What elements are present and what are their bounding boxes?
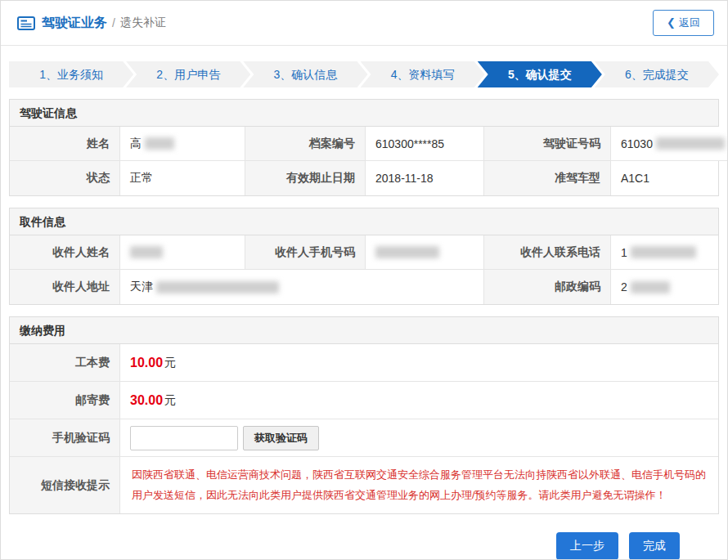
table-row: 手机验证码 获取验证码 — [10, 419, 718, 457]
postage-fee-unit: 元 — [164, 393, 176, 408]
recipient-address-value: 天津 — [120, 270, 484, 304]
redacted-license-number — [656, 137, 725, 150]
name-label: 姓名 — [10, 127, 120, 161]
step-6-complete-submit[interactable]: 6、完成提交 — [595, 61, 719, 87]
footer-actions: 上一步 完成 — [1, 514, 727, 560]
recipient-mobile-value — [366, 235, 484, 270]
back-button[interactable]: ❮返回 — [653, 10, 714, 36]
redacted-recipient-address — [156, 281, 279, 293]
production-fee-value: 10.00 元 — [120, 344, 718, 382]
production-fee-label: 工本费 — [10, 344, 120, 382]
redacted-zip-code — [631, 281, 670, 293]
vehicle-class-label: 准驾车型 — [484, 161, 611, 195]
step-2-user-declaration[interactable]: 2、用户申告 — [126, 61, 250, 87]
redacted-recipient-name — [130, 246, 163, 258]
recipient-name-value — [120, 235, 245, 270]
back-arrow-icon: ❮ — [667, 16, 676, 29]
recipient-address-label: 收件人地址 — [10, 270, 120, 304]
expiry-label: 有效期止日期 — [245, 161, 366, 195]
file-number-value: 610300****85 — [366, 127, 484, 161]
page-header: 驾驶证业务 / 遗失补证 ❮返回 — [1, 1, 727, 46]
production-fee-amount: 10.00 — [130, 356, 163, 370]
status-label: 状态 — [10, 161, 120, 195]
sms-code-field: 获取验证码 — [120, 419, 718, 457]
step-breadcrumb: 1、业务须知 2、用户申告 3、确认信息 4、资料填写 5、确认提交 6、完成提… — [1, 61, 727, 87]
get-code-button[interactable]: 获取验证码 — [243, 426, 319, 450]
recipient-phone-text: 1 — [621, 246, 627, 259]
recipient-phone-label: 收件人联系电话 — [484, 235, 611, 270]
zip-code-value: 2 — [611, 270, 718, 304]
file-number-text: 610300****85 — [375, 137, 444, 150]
table-row: 姓名 高 档案编号 610300****85 驾驶证号码 61030 — [10, 127, 718, 161]
redacted-recipient-phone — [631, 246, 696, 258]
recipient-name-label: 收件人姓名 — [10, 235, 120, 270]
fees-section-title: 缴纳费用 — [10, 317, 718, 344]
fees-section: 缴纳费用 工本费 10.00 元 邮寄费 30.00 元 手机验证码 获取验证码… — [9, 316, 719, 514]
license-service-page: 驾驶证业务 / 遗失补证 ❮返回 1、业务须知 2、用户申告 3、确认信息 4、… — [0, 0, 728, 560]
finish-button[interactable]: 完成 — [629, 532, 680, 560]
step-1-business-notice[interactable]: 1、业务须知 — [9, 61, 133, 87]
table-row: 邮寄费 30.00 元 — [10, 382, 718, 419]
license-number-value: 61030 — [611, 127, 728, 161]
pickup-info-section: 取件信息 收件人姓名 收件人手机号码 收件人联系电话 1 收件人地址 天津 — [9, 208, 719, 305]
status-text: 正常 — [130, 171, 153, 186]
back-label: 返回 — [679, 16, 700, 29]
zip-code-label: 邮政编码 — [484, 270, 611, 304]
sms-notice-value: 因陕西省联通、电信运营商技术问题，陕西省互联网交通安全综合服务管理平台无法向持陕… — [120, 457, 718, 513]
status-value: 正常 — [120, 161, 245, 195]
table-row: 工本费 10.00 元 — [10, 344, 718, 382]
license-info-section: 驾驶证信息 姓名 高 档案编号 610300****85 驾驶证号码 61030… — [9, 99, 719, 196]
license-card-icon — [17, 16, 35, 30]
sms-notice-label: 短信接收提示 — [10, 457, 120, 513]
license-number-text: 61030 — [621, 137, 653, 150]
step-4-fill-data[interactable]: 4、资料填写 — [361, 61, 485, 87]
name-value: 高 — [120, 127, 245, 161]
zip-code-text: 2 — [621, 280, 627, 293]
page-title: 驾驶证业务 — [42, 15, 107, 32]
table-row: 状态 正常 有效期止日期 2018-11-18 准驾车型 A1C1 — [10, 161, 718, 195]
license-section-title: 驾驶证信息 — [10, 100, 718, 127]
sms-notice-text: 因陕西省联通、电信运营商技术问题，陕西省互联网交通安全综合服务管理平台无法向持陕… — [132, 465, 707, 505]
expiry-value: 2018-11-18 — [366, 161, 484, 195]
name-text: 高 — [130, 137, 142, 151]
redacted-recipient-mobile — [375, 246, 439, 258]
vehicle-class-text: A1C1 — [621, 172, 649, 185]
page-subtitle: 遗失补证 — [120, 16, 166, 30]
sms-code-input[interactable] — [130, 426, 238, 450]
license-number-label: 驾驶证号码 — [484, 127, 611, 161]
step-5-confirm-submit[interactable]: 5、确认提交 — [478, 61, 602, 87]
postage-fee-label: 邮寄费 — [10, 382, 120, 419]
vehicle-class-value: A1C1 — [611, 161, 718, 195]
recipient-mobile-label: 收件人手机号码 — [245, 235, 366, 270]
table-row: 短信接收提示 因陕西省联通、电信运营商技术问题，陕西省互联网交通安全综合服务管理… — [10, 457, 718, 513]
expiry-text: 2018-11-18 — [375, 172, 434, 185]
recipient-phone-value: 1 — [611, 235, 718, 270]
postage-fee-value: 30.00 元 — [120, 382, 718, 419]
production-fee-unit: 元 — [164, 356, 176, 370]
table-row: 收件人姓名 收件人手机号码 收件人联系电话 1 — [10, 235, 718, 270]
postage-fee-amount: 30.00 — [130, 393, 163, 408]
prev-step-button[interactable]: 上一步 — [556, 532, 618, 560]
title-divider: / — [112, 16, 115, 29]
file-number-label: 档案编号 — [245, 127, 366, 161]
pickup-section-title: 取件信息 — [10, 208, 718, 235]
recipient-address-text: 天津 — [130, 280, 153, 294]
step-3-confirm-info[interactable]: 3、确认信息 — [243, 61, 367, 87]
table-row: 收件人地址 天津 邮政编码 2 — [10, 270, 718, 304]
redacted-name — [145, 137, 174, 150]
sms-code-label: 手机验证码 — [10, 419, 120, 457]
